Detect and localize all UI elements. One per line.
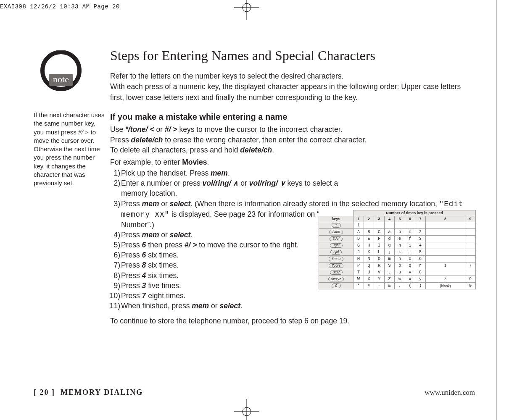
- step-item: 5)Press 6 then press #/ > to move the cu…: [121, 240, 346, 250]
- step-text: Press 3 five times.: [121, 281, 181, 290]
- step-number: 2): [108, 178, 120, 188]
- char-cell: [465, 242, 476, 249]
- svg-point-2: [243, 3, 251, 12]
- char-cell: c: [405, 229, 415, 236]
- char-cell: q: [405, 262, 415, 269]
- svg-point-8: [243, 407, 251, 416]
- table-header-col: 5: [395, 216, 405, 222]
- registration-mark-top-icon: [234, 0, 259, 20]
- keycap-cell: 3def: [319, 236, 353, 242]
- char-cell: Y: [374, 276, 385, 283]
- step-text: Enter a number or press vol/ring/ ∧ or v…: [121, 179, 338, 197]
- keycap-cell: 6mno: [319, 256, 353, 262]
- char-cell: [405, 222, 415, 229]
- char-cell: -: [374, 283, 385, 289]
- mistake-1b: or: [154, 125, 165, 134]
- char-cell: B: [364, 229, 374, 236]
- imposition-header: EXAI398 12/26/2 10:33 AM Page 20: [0, 3, 120, 10]
- table-header-col: 3: [374, 216, 385, 222]
- step-number: 5): [108, 240, 120, 250]
- step-item: 8)Press 4 six times.: [121, 270, 346, 281]
- char-cell: [425, 229, 465, 236]
- char-cell: i: [405, 242, 415, 249]
- char-cell: G: [353, 242, 364, 249]
- note-text-part2: to move the cursor over. Otherwise the n…: [34, 129, 100, 187]
- mistake-paragraph: Use */tone/ < or #/ > keys to move the c…: [110, 124, 476, 155]
- intro-paragraph: Refer to the letters on the number keys …: [110, 71, 476, 103]
- example-word: Movies: [182, 158, 207, 166]
- step-text: Pick up the handset. Press mem.: [121, 169, 230, 177]
- char-cell: J: [353, 249, 364, 256]
- char-cell: [425, 236, 465, 242]
- keycap-cell: 9wxyz: [319, 276, 353, 283]
- char-cell: d: [384, 236, 395, 242]
- note-icon: note: [38, 50, 84, 97]
- table-header-col: 4: [384, 216, 395, 222]
- step-item: 6)Press 6 six times.: [121, 250, 346, 260]
- note-hash-key: #/ >: [78, 129, 89, 136]
- char-cell: j: [384, 249, 395, 256]
- table-row: 4ghiGHIghi4: [319, 242, 476, 249]
- table-row: 11: [319, 222, 476, 229]
- footer-section: MEMORY DIALING: [61, 388, 143, 396]
- char-cell: M: [353, 256, 364, 262]
- keycap-cell: 5jkl: [319, 249, 353, 256]
- char-cell: w: [395, 276, 405, 283]
- char-cell: [374, 222, 385, 229]
- char-cell: e: [395, 236, 405, 242]
- sidebar-note: note If the next character uses the same…: [34, 50, 105, 187]
- char-cell: 0: [465, 283, 476, 289]
- char-cell: A: [353, 229, 364, 236]
- char-cell: l: [405, 249, 415, 256]
- step-text: Press mem or select.: [121, 231, 193, 239]
- char-cell: h: [395, 242, 405, 249]
- step-item: 9)Press 3 five times.: [121, 281, 346, 291]
- char-cell: [425, 249, 465, 256]
- char-cell: H: [364, 242, 374, 249]
- step-text: When finished, press mem or select.: [121, 302, 243, 310]
- char-cell: .: [395, 283, 405, 289]
- step-item: 2)Enter a number or press vol/ring/ ∧ or…: [121, 178, 346, 198]
- char-cell: K: [364, 249, 374, 256]
- step-item: 10)Press 7 eight times.: [121, 291, 346, 301]
- char-cell: (: [405, 283, 415, 289]
- char-cell: 5: [415, 249, 426, 256]
- char-cell: I: [374, 242, 385, 249]
- mistake-subhead: If you make a mistake while entering a n…: [110, 112, 476, 122]
- char-cell: N: [364, 256, 374, 262]
- char-cell: 3: [415, 236, 426, 242]
- char-cell: #: [364, 283, 374, 289]
- char-cell: [425, 256, 465, 262]
- step-text: Press 4 six times.: [121, 271, 179, 280]
- step-item: 7)Press 8 six times.: [121, 260, 346, 270]
- char-cell: 2: [415, 229, 426, 236]
- char-cell: p: [395, 262, 405, 269]
- char-cell: b: [395, 229, 405, 236]
- keycap-cell: 0: [319, 283, 353, 289]
- char-cell: Z: [384, 276, 395, 283]
- table-header-col: 2: [364, 216, 374, 222]
- char-cell: *: [353, 283, 364, 289]
- example-lead: For example, to enter Movies.: [110, 157, 476, 168]
- registration-mark-bottom-icon: [234, 399, 259, 420]
- table-header-col: 6: [405, 216, 415, 222]
- char-cell: [415, 222, 426, 229]
- step-number: 11): [108, 301, 120, 311]
- mistake-3a: To delete all characters, press and hold: [110, 146, 240, 154]
- mistake-2a: Press: [110, 136, 131, 144]
- char-cell: k: [395, 249, 405, 256]
- char-cell: o: [405, 256, 415, 262]
- char-cell: 8: [415, 269, 426, 276]
- example-lead-a: For example, to enter: [110, 158, 182, 166]
- char-cell: y: [415, 276, 426, 283]
- page-number: [ 20 ]: [34, 388, 55, 396]
- step-text: Press 7 eight times.: [121, 291, 186, 300]
- char-cell: f: [405, 236, 415, 242]
- char-cell: z: [425, 276, 465, 283]
- char-cell: 4: [415, 242, 426, 249]
- char-cell: t: [384, 269, 395, 276]
- character-table: Number of times key is pressedkeys123456…: [319, 210, 476, 289]
- sidebar-note-text: If the next character uses the same numb…: [34, 111, 105, 187]
- step-text: Press 8 six times.: [121, 261, 179, 269]
- char-cell: F: [374, 236, 385, 242]
